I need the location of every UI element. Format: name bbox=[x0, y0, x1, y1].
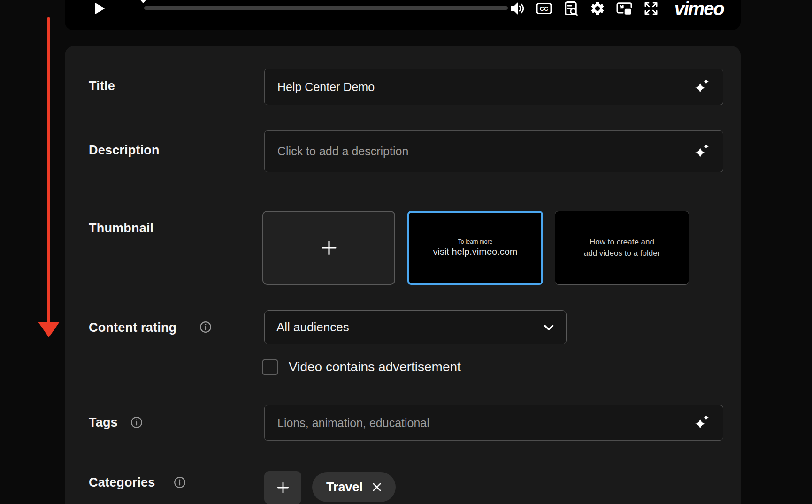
settings-button[interactable] bbox=[589, 0, 606, 17]
closed-captions-icon: CC bbox=[536, 0, 552, 17]
ai-sparkle-icon[interactable] bbox=[694, 78, 711, 95]
title-field bbox=[264, 69, 723, 105]
plus-icon bbox=[275, 480, 291, 496]
play-icon bbox=[92, 1, 106, 16]
fullscreen-icon bbox=[643, 0, 659, 17]
content-rating-select[interactable]: All audiences bbox=[264, 310, 567, 344]
annotation-arrow-head bbox=[38, 322, 60, 337]
ai-sparkle-icon[interactable] bbox=[694, 143, 711, 160]
volume-button[interactable] bbox=[509, 0, 526, 17]
player-right-controls: CC bbox=[509, 0, 724, 17]
remove-category-icon[interactable] bbox=[370, 481, 383, 494]
add-thumbnail-button[interactable] bbox=[262, 211, 395, 285]
tags-field bbox=[264, 405, 723, 441]
content-rating-info-icon[interactable] bbox=[199, 321, 212, 333]
picture-in-picture-icon bbox=[616, 0, 633, 17]
thumbnail-caption-large: visit help.vimeo.com bbox=[433, 246, 517, 257]
advertisement-checkbox[interactable] bbox=[262, 359, 278, 375]
vimeo-video-settings-page: CC bbox=[0, 0, 812, 504]
progress-bar[interactable] bbox=[144, 6, 508, 10]
categories-label: Categories bbox=[89, 475, 155, 490]
annotation-arrow-line bbox=[47, 17, 50, 323]
tags-info-icon[interactable] bbox=[130, 416, 143, 428]
content-rating-value: All audiences bbox=[265, 320, 541, 335]
tags-input[interactable] bbox=[265, 416, 694, 430]
transcript-button[interactable] bbox=[562, 0, 579, 17]
advertisement-checkbox-label: Video contains advertisement bbox=[289, 359, 461, 374]
thumbnail-caption-small: To learn more bbox=[458, 238, 492, 245]
title-label: Title bbox=[89, 79, 115, 93]
video-player-controls-bar: CC bbox=[65, 0, 741, 30]
transcript-search-icon bbox=[562, 0, 579, 17]
playhead-tooltip-caret-icon bbox=[139, 0, 147, 3]
play-button[interactable] bbox=[91, 0, 107, 17]
content-rating-label: Content rating bbox=[89, 321, 176, 335]
tags-label: Tags bbox=[89, 415, 118, 430]
chevron-down-icon bbox=[541, 320, 557, 336]
volume-icon bbox=[509, 0, 525, 16]
ai-sparkle-icon[interactable] bbox=[694, 414, 711, 431]
thumbnail-caption-line1: How to create and bbox=[590, 237, 654, 246]
video-settings-panel: Title Description Click to add a descrip… bbox=[65, 46, 741, 504]
picture-in-picture-button[interactable] bbox=[616, 0, 633, 17]
closed-captions-button[interactable]: CC bbox=[536, 0, 552, 17]
thumbnail-option[interactable]: How to create and add videos to a folder bbox=[555, 211, 689, 285]
plus-icon bbox=[319, 238, 339, 258]
thumbnail-caption-line2: add videos to a folder bbox=[584, 249, 660, 258]
title-input[interactable] bbox=[265, 80, 694, 94]
svg-text:CC: CC bbox=[540, 5, 548, 12]
category-chip-label: Travel bbox=[326, 480, 363, 495]
thumbnail-label: Thumbnail bbox=[89, 221, 153, 236]
fullscreen-button[interactable] bbox=[643, 0, 659, 17]
description-placeholder: Click to add a description bbox=[265, 145, 694, 158]
description-label: Description bbox=[89, 143, 160, 158]
add-category-button[interactable] bbox=[264, 471, 301, 504]
vimeo-logo[interactable]: vimeo bbox=[674, 0, 724, 17]
category-chip-travel: Travel bbox=[312, 472, 396, 502]
thumbnail-option-selected[interactable]: To learn more visit help.vimeo.com bbox=[407, 211, 543, 285]
settings-gear-icon bbox=[590, 0, 605, 16]
categories-info-icon[interactable] bbox=[174, 476, 186, 489]
description-field[interactable]: Click to add a description bbox=[264, 130, 723, 172]
